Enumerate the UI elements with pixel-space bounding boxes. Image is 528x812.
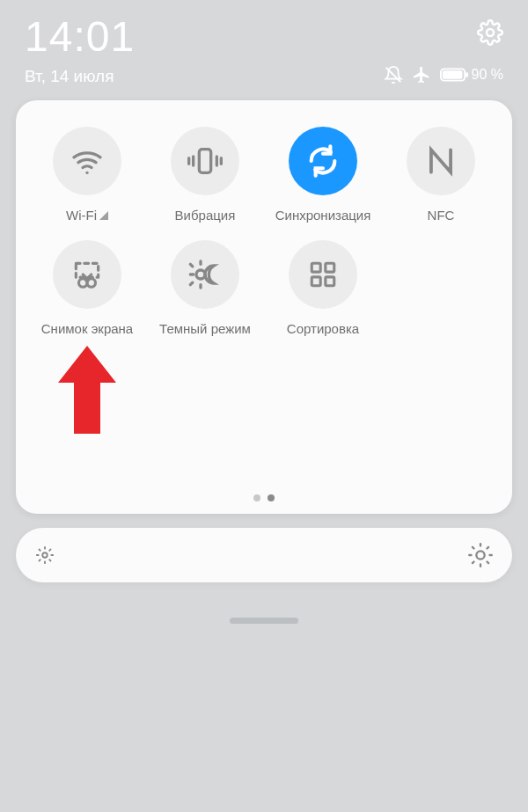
svg-rect-22 [326, 263, 334, 272]
svg-point-25 [42, 552, 48, 558]
annotation-arrow-icon [58, 346, 116, 437]
brightness-high-icon [468, 543, 493, 567]
wifi-icon [70, 143, 105, 179]
svg-line-31 [49, 560, 50, 560]
tile-dark-mode[interactable]: Темный режим [146, 240, 264, 336]
tile-wifi[interactable]: Wi-Fi [28, 127, 146, 223]
clock-time: 14:01 [25, 16, 135, 58]
screenshot-icon [70, 258, 104, 291]
svg-rect-3 [442, 70, 462, 78]
svg-rect-23 [312, 277, 320, 286]
airplane-icon [412, 65, 431, 84]
tile-screenshot[interactable]: Снимок экрана [28, 240, 146, 336]
page-dot-1 [253, 494, 260, 501]
svg-line-39 [473, 547, 474, 549]
svg-line-41 [473, 561, 474, 563]
svg-point-0 [487, 29, 494, 36]
tile-label-vibration: Вибрация [175, 208, 236, 223]
tile-label-dark: Темный режим [159, 321, 251, 336]
nfc-icon [424, 144, 458, 178]
tile-label-sync: Синхронизация [275, 208, 371, 223]
page-indicator[interactable] [28, 494, 500, 508]
svg-line-18 [190, 264, 193, 267]
svg-point-34 [476, 551, 484, 559]
mute-icon [384, 65, 403, 84]
brightness-low-icon [35, 545, 55, 565]
svg-line-30 [39, 549, 40, 550]
status-bar: 14:01 Вт, 14 июля [0, 0, 528, 86]
quick-settings-panel: Wi-Fi Вибрация [16, 100, 512, 514]
sync-icon [305, 143, 341, 179]
battery-percent: 90 % [472, 67, 503, 83]
tile-label-screenshot: Снимок экрана [41, 321, 133, 336]
page-dot-2 [268, 494, 275, 501]
vibration-icon [187, 143, 223, 179]
clock-date: Вт, 14 июля [25, 67, 135, 86]
svg-line-32 [39, 560, 40, 560]
dark-mode-icon [187, 257, 223, 292]
svg-point-5 [85, 172, 88, 174]
battery-indicator: 90 % [440, 67, 503, 83]
svg-line-33 [49, 549, 50, 550]
tile-vibration[interactable]: Вибрация [146, 127, 264, 223]
svg-rect-24 [326, 277, 334, 286]
svg-line-20 [190, 282, 193, 285]
svg-line-40 [487, 561, 488, 563]
tile-sort[interactable]: Сортировка [264, 240, 382, 336]
tile-nfc[interactable]: NFC [382, 127, 500, 223]
svg-rect-21 [312, 263, 320, 272]
tile-label-nfc: NFC [428, 208, 455, 223]
panel-drag-handle[interactable] [230, 618, 298, 624]
tile-sync[interactable]: Синхронизация [264, 127, 382, 223]
svg-rect-6 [199, 150, 210, 173]
brightness-slider[interactable] [16, 528, 512, 582]
svg-line-42 [487, 547, 488, 549]
tile-label-wifi: Wi-Fi [66, 208, 108, 223]
settings-gear-icon[interactable] [477, 19, 503, 46]
grid-icon [308, 260, 338, 289]
tile-label-sort: Сортировка [287, 321, 359, 336]
svg-rect-4 [466, 72, 468, 77]
